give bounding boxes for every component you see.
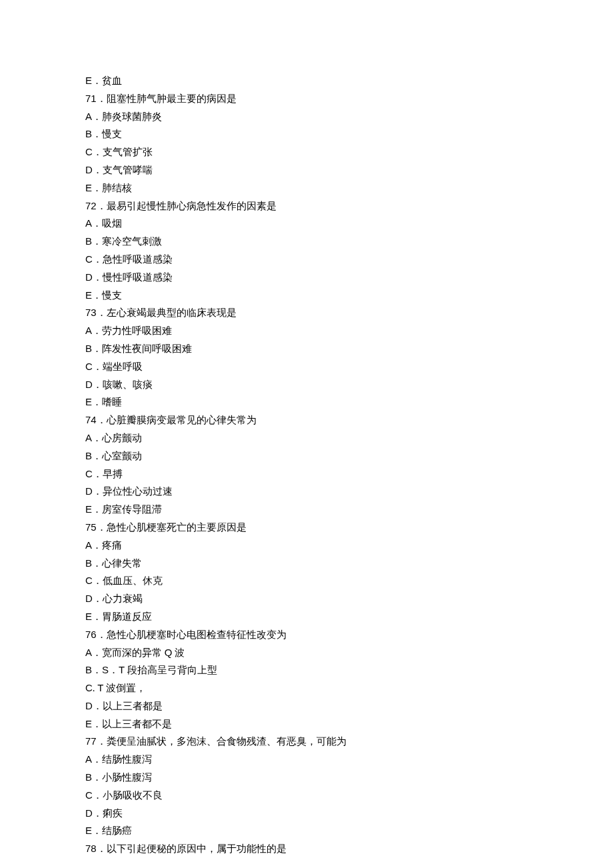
separator: ． — [92, 325, 102, 336]
separator: ． — [92, 183, 102, 193]
separator: ． — [93, 469, 103, 479]
separator: ． — [93, 701, 103, 711]
separator: ． — [93, 165, 103, 175]
line-text: 阵发性夜间呼吸困难 — [102, 343, 192, 354]
separator: ． — [93, 486, 103, 497]
line-text: 吸烟 — [102, 218, 122, 229]
separator: ． — [93, 575, 103, 586]
text-line: E．结肠癌 — [85, 822, 613, 840]
text-line: C．早搏 — [85, 465, 613, 483]
text-line: E．嗜睡 — [85, 393, 613, 411]
text-line: B．S．T 段抬高呈弓背向上型 — [85, 661, 613, 679]
separator: ． — [97, 415, 107, 425]
option-letter: D — [85, 700, 93, 711]
text-line: D．心力衰竭 — [85, 590, 613, 608]
option-letter: D — [85, 271, 93, 283]
text-line: D．支气管哮喘 — [85, 161, 613, 179]
separator: ． — [92, 540, 102, 551]
option-letter: E — [85, 503, 92, 515]
text-line: C．小肠吸收不良 — [85, 787, 613, 805]
separator: ． — [92, 719, 102, 729]
option-letter: D — [85, 485, 93, 497]
text-line: D．异位性心动过速 — [85, 483, 613, 501]
text-line: A．宽而深的异常 Q 波 — [85, 644, 613, 662]
option-letter: 76 — [85, 629, 97, 640]
text-line: A．劳力性呼吸困难 — [85, 322, 613, 340]
line-text: 结肠癌 — [102, 825, 132, 836]
separator: ． — [93, 593, 103, 604]
option-letter: 74 — [85, 414, 97, 425]
text-line: 71．阻塞性肺气肿最主要的病因是 — [85, 90, 613, 108]
line-text: 痢疾 — [103, 808, 123, 819]
option-letter: B — [85, 771, 92, 783]
option-letter: A — [85, 753, 92, 765]
line-text: 慢性呼吸道感染 — [103, 272, 173, 283]
line-text: 肺炎球菌肺炎 — [102, 111, 162, 122]
text-line: 72．最易引起慢性肺心病急性发作的因素是 — [85, 197, 613, 215]
text-line: E．房室传导阻滞 — [85, 501, 613, 519]
option-letter: C — [85, 682, 93, 693]
line-text: 结肠性腹泻 — [102, 754, 152, 765]
line-text: 早搏 — [103, 469, 123, 479]
separator: ． — [92, 343, 102, 354]
option-letter: E — [85, 289, 92, 301]
text-line: C. T 波倒置， — [85, 679, 613, 697]
option-letter: C — [85, 789, 93, 801]
separator: ． — [93, 272, 103, 283]
text-line: B．阵发性夜间呼吸困难 — [85, 340, 613, 358]
separator: ． — [93, 254, 103, 265]
text-line: 78．以下引起便秘的原因中，属于功能性的是 — [85, 840, 613, 858]
separator: ． — [97, 629, 107, 640]
option-letter: 78 — [85, 843, 97, 854]
text-line: D．慢性呼吸道感染 — [85, 269, 613, 287]
separator: ． — [92, 647, 102, 658]
text-run: T — [119, 664, 125, 675]
separator: ． — [93, 379, 103, 390]
line-text: 以上三者都是 — [103, 701, 163, 711]
separator: ． — [92, 451, 102, 461]
option-letter: C — [85, 361, 93, 372]
line-text: 急性心肌梗塞死亡的主要原因是 — [107, 522, 247, 533]
line-text: 房室传导阻滞 — [102, 504, 162, 515]
separator: ． — [92, 772, 102, 783]
separator: ． — [93, 808, 103, 819]
text-line: C．支气管扩张 — [85, 143, 613, 161]
separator: ． — [92, 218, 102, 229]
text-line: E．以上三者都不是 — [85, 715, 613, 733]
text-line: C．急性呼吸道感染 — [85, 251, 613, 269]
option-letter: B — [85, 557, 92, 569]
separator: ． — [97, 307, 107, 318]
option-letter: D — [85, 164, 93, 175]
line-text: 慢支 — [102, 129, 122, 139]
line-text: 劳力性呼吸困难 — [102, 325, 172, 336]
option-letter: 71 — [85, 93, 97, 104]
option-letter: E — [85, 182, 92, 193]
option-letter: C — [85, 146, 93, 157]
option-letter: E — [85, 718, 92, 729]
option-letter: E — [85, 825, 92, 836]
line-text: 端坐呼吸 — [103, 361, 143, 372]
line-text: 以下引起便秘的原因中，属于功能性的是 — [107, 843, 287, 854]
text-line: A．吸烟 — [85, 215, 613, 233]
separator: ． — [92, 397, 102, 407]
line-text: 急性呼吸道感染 — [103, 254, 173, 265]
line-text: 寒冷空气刺激 — [102, 236, 162, 247]
text-line: A．疼痛 — [85, 537, 613, 555]
option-letter: 73 — [85, 307, 97, 318]
text-line: 73．左心衰竭最典型的临床表现是 — [85, 304, 613, 322]
text-line: E．慢支 — [85, 287, 613, 305]
text-line: A．心房颤动 — [85, 429, 613, 447]
separator: ． — [97, 843, 107, 854]
document-page: E．贫血71．阻塞性肺气肿最主要的病因是A．肺炎球菌肺炎B．慢支C．支气管扩张D… — [0, 0, 613, 868]
option-letter: E — [85, 611, 92, 622]
line-text: 粪便呈油腻状，多泡沫、合食物残渣、有恶臭，可能为 — [107, 736, 346, 747]
question-list: E．贫血71．阻塞性肺气肿最主要的病因是A．肺炎球菌肺炎B．慢支C．支气管扩张D… — [85, 72, 613, 858]
text-line: E．贫血 — [85, 72, 613, 90]
separator: ． — [92, 290, 102, 301]
separator: ． — [92, 129, 102, 139]
separator: ． — [93, 361, 103, 372]
option-letter: C — [85, 253, 93, 265]
text-run: S — [102, 664, 109, 675]
line-text: 最易引起慢性肺心病急性发作的因素是 — [107, 201, 277, 211]
option-letter: A — [85, 647, 92, 658]
